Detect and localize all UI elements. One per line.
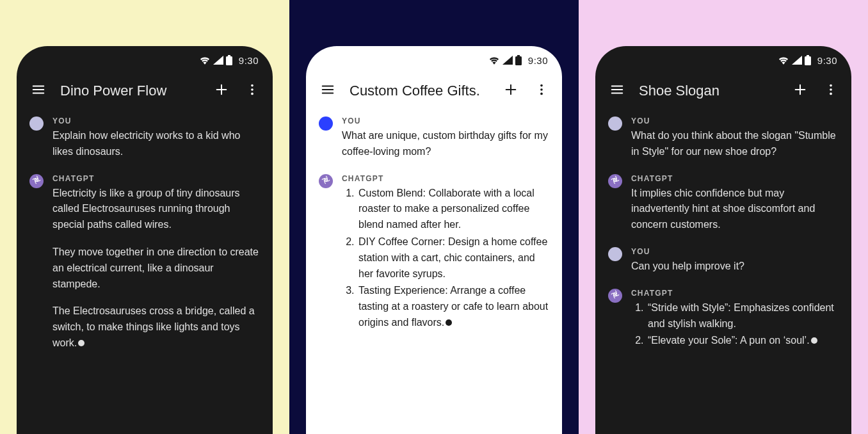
user-message: YOUExplain how electricity works to a ki… [29,117,260,160]
message-ordered-list: “Stride with Style”: Emphasizes confiden… [631,300,839,349]
message-text: Explain how electricity works to a kid w… [52,128,260,160]
openai-logo-icon [610,175,620,188]
signal-icon [792,56,802,65]
signal-icon [213,56,223,65]
more-vertical-icon [245,83,259,99]
message-paragraph: It implies chic confidence but may inadv… [631,186,839,233]
more-vertical-icon [534,83,549,99]
svg-point-3 [251,88,253,91]
plus-icon [504,83,518,99]
message-text: What do you think about the slogan "Stum… [631,128,839,160]
status-bar: 9:30 [306,46,562,74]
message-text: Electricity is like a group of tiny dino… [52,186,260,351]
message-paragraph: They move together in one direction to c… [52,245,260,292]
message-paragraph: What do you think about the slogan "Stum… [631,128,839,160]
app-bar: Shoe Slogan [595,74,851,108]
user-message: YOUWhat are unique, custom birthday gift… [319,117,549,160]
svg-rect-13 [805,56,811,65]
menu-button[interactable] [26,78,51,104]
user-avatar [608,117,622,131]
message-paragraph: Explain how electricity works to a kid w… [52,128,260,160]
message-paragraph: Can you help improve it? [631,259,839,275]
wifi-icon [778,56,789,65]
status-bar: 9:30 [595,46,851,74]
app-bar: Dino Power Flow [17,74,273,108]
svg-rect-0 [228,55,230,56]
more-button[interactable] [239,78,265,104]
openai-logo-icon [610,289,620,302]
menu-button[interactable] [604,78,630,104]
sender-label: YOU [342,117,549,125]
typing-cursor-icon [446,319,452,326]
typing-cursor-icon [811,337,817,344]
typing-cursor-icon [78,340,84,346]
sender-label: CHATGPT [631,289,839,298]
panel-2: 9:30 Shoe Slogan YOUWhat do you think ab… [579,0,868,434]
list-item: DIY Coffee Corner: Design a home coffee … [357,234,549,282]
user-message: YOUCan you help improve it? [608,247,839,275]
more-button[interactable] [529,78,554,104]
message-paragraph: What are unique, custom birthday gifts f… [342,128,549,160]
more-vertical-icon [824,83,838,99]
battery-icon [515,55,522,65]
svg-point-9 [540,88,543,91]
list-item: Tasting Experience: Arrange a coffee tas… [357,283,549,330]
sender-label: YOU [631,117,839,125]
status-time: 9:30 [239,55,259,66]
user-avatar [608,247,622,261]
phone-frame: 9:30 Dino Power Flow YOUExplain how elec… [17,46,273,434]
plus-icon [793,83,807,99]
conversation-scroll[interactable]: YOUWhat are unique, custom birthday gift… [306,108,562,332]
message-text: It implies chic confidence but may inadv… [631,186,839,233]
conversation-scroll[interactable]: YOUWhat do you think about the slogan "S… [595,108,851,350]
message-text: Custom Blend: Collaborate with a local r… [342,186,549,331]
conversation-title[interactable]: Custom Coffee Gifts. [350,83,489,99]
user-avatar [319,117,333,131]
menu-button[interactable] [315,78,341,104]
message-text: “Stride with Style”: Emphasizes confiden… [631,300,839,349]
more-button[interactable] [818,78,844,104]
message-body: YOUWhat do you think about the slogan "S… [631,117,839,160]
list-item: Custom Blend: Collaborate with a local r… [357,186,549,233]
svg-rect-1 [226,56,232,65]
message-body: YOUWhat are unique, custom birthday gift… [342,117,549,160]
openai-logo-icon [31,175,42,188]
svg-point-2 [251,84,253,87]
signal-icon [502,56,513,65]
message-body: CHATGPTCustom Blend: Collaborate with a … [342,174,549,332]
conversation-scroll[interactable]: YOUExplain how electricity works to a ki… [17,108,273,351]
app-bar: Custom Coffee Gifts. [306,74,562,108]
openai-logo-icon [321,175,331,188]
message-text: What are unique, custom birthday gifts f… [342,128,549,160]
hamburger-icon [610,83,624,99]
message-body: CHATGPTElectricity is like a group of ti… [52,174,260,351]
assistant-message: CHATGPTElectricity is like a group of ti… [29,174,260,351]
sender-label: CHATGPT [631,174,839,183]
conversation-title[interactable]: Shoe Slogan [639,83,778,99]
assistant-message: CHATGPTIt implies chic confidence but ma… [608,174,839,233]
svg-rect-12 [807,55,809,56]
message-text: Can you help improve it? [631,259,839,275]
sender-label: CHATGPT [52,174,260,183]
plus-icon [214,83,229,99]
svg-point-10 [540,93,543,95]
sender-label: CHATGPT [342,174,549,183]
message-body: YOUCan you help improve it? [631,247,839,275]
svg-point-16 [830,93,832,95]
message-paragraph: The Electrosauruses cross a bridge, call… [52,303,260,351]
conversation-title[interactable]: Dino Power Flow [60,83,200,99]
new-chat-button[interactable] [787,78,813,104]
new-chat-button[interactable] [209,78,234,104]
assistant-avatar [29,174,44,188]
hamburger-icon [31,83,45,99]
message-paragraph: Electricity is like a group of tiny dino… [52,186,260,233]
assistant-avatar [319,174,333,188]
assistant-message: CHATGPTCustom Blend: Collaborate with a … [319,174,549,332]
assistant-avatar [608,289,622,303]
status-time: 9:30 [528,55,548,66]
svg-point-8 [540,84,543,87]
new-chat-button[interactable] [498,78,524,104]
list-item: “Stride with Style”: Emphasizes confiden… [647,300,839,332]
battery-icon [226,55,232,65]
phone-frame: 9:30 Shoe Slogan YOUWhat do you think ab… [595,46,851,434]
